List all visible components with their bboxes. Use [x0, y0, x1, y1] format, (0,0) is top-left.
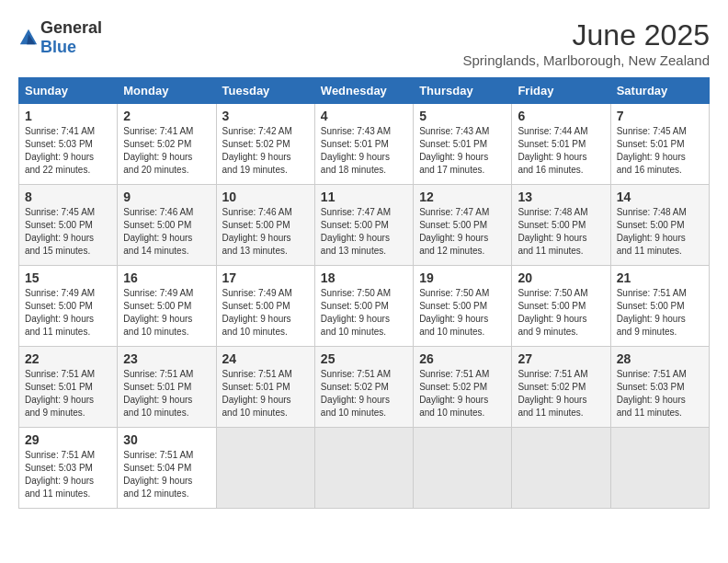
cell-w1-d0: 1Sunrise: 7:41 AMSunset: 5:03 PMDaylight…: [19, 104, 118, 185]
day-info: Sunrise: 7:48 AMSunset: 5:00 PMDaylight:…: [518, 206, 604, 258]
day-number: 8: [25, 190, 111, 204]
cell-w4-d6: 28Sunrise: 7:51 AMSunset: 5:03 PMDayligh…: [610, 347, 709, 428]
day-number: 21: [617, 270, 703, 285]
week-row-2: 8Sunrise: 7:45 AMSunset: 5:00 PMDaylight…: [19, 185, 710, 266]
day-info: Sunrise: 7:51 AMSunset: 5:02 PMDaylight:…: [518, 368, 604, 419]
logo-icon: [18, 28, 39, 48]
cell-w4-d4: 26Sunrise: 7:51 AMSunset: 5:02 PMDayligh…: [414, 347, 512, 428]
cell-w4-d0: 22Sunrise: 7:51 AMSunset: 5:01 PMDayligh…: [19, 347, 118, 428]
week-row-4: 22Sunrise: 7:51 AMSunset: 5:01 PMDayligh…: [19, 347, 710, 428]
day-info: Sunrise: 7:51 AMSunset: 5:01 PMDaylight:…: [123, 368, 210, 419]
logo-general: General: [40, 18, 102, 37]
day-info: Sunrise: 7:51 AMSunset: 5:03 PMDaylight:…: [617, 368, 703, 419]
day-number: 29: [25, 432, 111, 447]
cell-w3-d5: 20Sunrise: 7:50 AMSunset: 5:00 PMDayligh…: [512, 266, 610, 347]
day-number: 28: [617, 351, 703, 366]
day-info: Sunrise: 7:51 AMSunset: 5:01 PMDaylight:…: [222, 368, 309, 419]
cell-w2-d4: 12Sunrise: 7:47 AMSunset: 5:00 PMDayligh…: [414, 185, 512, 266]
cell-w5-d1: 30Sunrise: 7:51 AMSunset: 5:04 PMDayligh…: [118, 428, 216, 509]
header-friday: Friday: [512, 78, 610, 104]
header-wednesday: Wednesday: [314, 78, 413, 104]
cell-w3-d1: 16Sunrise: 7:49 AMSunset: 5:00 PMDayligh…: [118, 266, 216, 347]
day-info: Sunrise: 7:51 AMSunset: 5:03 PMDaylight:…: [25, 449, 111, 500]
day-number: 13: [518, 190, 604, 204]
day-info: Sunrise: 7:50 AMSunset: 5:00 PMDaylight:…: [518, 287, 604, 339]
day-info: Sunrise: 7:50 AMSunset: 5:00 PMDaylight:…: [419, 287, 506, 339]
day-number: 23: [123, 351, 210, 366]
cell-w4-d3: 25Sunrise: 7:51 AMSunset: 5:02 PMDayligh…: [314, 347, 413, 428]
day-info: Sunrise: 7:43 AMSunset: 5:01 PMDaylight:…: [321, 125, 407, 177]
day-number: 26: [419, 351, 506, 366]
cell-w4-d5: 27Sunrise: 7:51 AMSunset: 5:02 PMDayligh…: [512, 347, 610, 428]
cell-w1-d6: 7Sunrise: 7:45 AMSunset: 5:01 PMDaylight…: [610, 104, 709, 185]
day-number: 15: [25, 270, 111, 285]
day-number: 25: [321, 351, 407, 366]
cell-w2-d5: 13Sunrise: 7:48 AMSunset: 5:00 PMDayligh…: [512, 185, 610, 266]
day-number: 7: [617, 109, 703, 123]
day-number: 20: [518, 270, 604, 285]
cell-w1-d5: 6Sunrise: 7:44 AMSunset: 5:01 PMDaylight…: [512, 104, 610, 185]
day-number: 12: [419, 190, 506, 204]
logo-text: General Blue: [40, 18, 102, 57]
day-number: 3: [222, 109, 309, 123]
day-number: 27: [518, 351, 604, 366]
day-info: Sunrise: 7:49 AMSunset: 5:00 PMDaylight:…: [222, 287, 309, 339]
cell-w5-d5: [512, 428, 610, 509]
calendar-table: Sunday Monday Tuesday Wednesday Thursday…: [18, 77, 710, 509]
day-info: Sunrise: 7:46 AMSunset: 5:00 PMDaylight:…: [123, 206, 210, 258]
cell-w5-d0: 29Sunrise: 7:51 AMSunset: 5:03 PMDayligh…: [19, 428, 118, 509]
day-number: 22: [25, 351, 111, 366]
day-number: 11: [321, 190, 407, 204]
day-number: 9: [123, 190, 210, 204]
cell-w2-d3: 11Sunrise: 7:47 AMSunset: 5:00 PMDayligh…: [314, 185, 413, 266]
week-row-1: 1Sunrise: 7:41 AMSunset: 5:03 PMDaylight…: [19, 104, 710, 185]
cell-w1-d2: 3Sunrise: 7:42 AMSunset: 5:02 PMDaylight…: [216, 104, 314, 185]
day-number: 2: [123, 109, 210, 123]
day-info: Sunrise: 7:47 AMSunset: 5:00 PMDaylight:…: [321, 206, 407, 258]
day-info: Sunrise: 7:48 AMSunset: 5:00 PMDaylight:…: [617, 206, 703, 258]
week-row-5: 29Sunrise: 7:51 AMSunset: 5:03 PMDayligh…: [19, 428, 710, 509]
cell-w5-d4: [414, 428, 512, 509]
day-info: Sunrise: 7:45 AMSunset: 5:01 PMDaylight:…: [617, 125, 703, 177]
day-info: Sunrise: 7:41 AMSunset: 5:03 PMDaylight:…: [25, 125, 111, 177]
header-sunday: Sunday: [19, 78, 118, 104]
cell-w3-d4: 19Sunrise: 7:50 AMSunset: 5:00 PMDayligh…: [414, 266, 512, 347]
logo: General Blue: [18, 18, 102, 57]
header-row: Sunday Monday Tuesday Wednesday Thursday…: [19, 78, 710, 104]
day-info: Sunrise: 7:51 AMSunset: 5:02 PMDaylight:…: [419, 368, 506, 419]
calendar-title: June 2025: [463, 18, 710, 52]
cell-w3-d0: 15Sunrise: 7:49 AMSunset: 5:00 PMDayligh…: [19, 266, 118, 347]
cell-w5-d2: [216, 428, 314, 509]
day-info: Sunrise: 7:49 AMSunset: 5:00 PMDaylight:…: [25, 287, 111, 339]
day-info: Sunrise: 7:47 AMSunset: 5:00 PMDaylight:…: [419, 206, 506, 258]
calendar-subtitle: Springlands, Marlborough, New Zealand: [463, 52, 710, 68]
cell-w2-d6: 14Sunrise: 7:48 AMSunset: 5:00 PMDayligh…: [610, 185, 709, 266]
day-info: Sunrise: 7:50 AMSunset: 5:00 PMDaylight:…: [321, 287, 407, 339]
day-info: Sunrise: 7:46 AMSunset: 5:00 PMDaylight:…: [222, 206, 309, 258]
day-info: Sunrise: 7:45 AMSunset: 5:00 PMDaylight:…: [25, 206, 111, 258]
day-info: Sunrise: 7:44 AMSunset: 5:01 PMDaylight:…: [518, 125, 604, 177]
cell-w2-d1: 9Sunrise: 7:46 AMSunset: 5:00 PMDaylight…: [118, 185, 216, 266]
cell-w2-d2: 10Sunrise: 7:46 AMSunset: 5:00 PMDayligh…: [216, 185, 314, 266]
day-number: 24: [222, 351, 309, 366]
day-info: Sunrise: 7:43 AMSunset: 5:01 PMDaylight:…: [419, 125, 506, 177]
day-info: Sunrise: 7:51 AMSunset: 5:00 PMDaylight:…: [617, 287, 703, 339]
cell-w5-d6: [610, 428, 709, 509]
day-number: 18: [321, 270, 407, 285]
cell-w1-d1: 2Sunrise: 7:41 AMSunset: 5:02 PMDaylight…: [118, 104, 216, 185]
day-info: Sunrise: 7:51 AMSunset: 5:02 PMDaylight:…: [321, 368, 407, 419]
logo-blue: Blue: [40, 38, 76, 56]
header-tuesday: Tuesday: [216, 78, 314, 104]
day-number: 1: [25, 109, 111, 123]
cell-w3-d3: 18Sunrise: 7:50 AMSunset: 5:00 PMDayligh…: [314, 266, 413, 347]
day-number: 4: [321, 109, 407, 123]
week-row-3: 15Sunrise: 7:49 AMSunset: 5:00 PMDayligh…: [19, 266, 710, 347]
day-info: Sunrise: 7:49 AMSunset: 5:00 PMDaylight:…: [123, 287, 210, 339]
cell-w2-d0: 8Sunrise: 7:45 AMSunset: 5:00 PMDaylight…: [19, 185, 118, 266]
header-monday: Monday: [118, 78, 216, 104]
cell-w3-d2: 17Sunrise: 7:49 AMSunset: 5:00 PMDayligh…: [216, 266, 314, 347]
day-number: 10: [222, 190, 309, 204]
day-info: Sunrise: 7:41 AMSunset: 5:02 PMDaylight:…: [123, 125, 210, 177]
day-number: 16: [123, 270, 210, 285]
cell-w5-d3: [314, 428, 413, 509]
